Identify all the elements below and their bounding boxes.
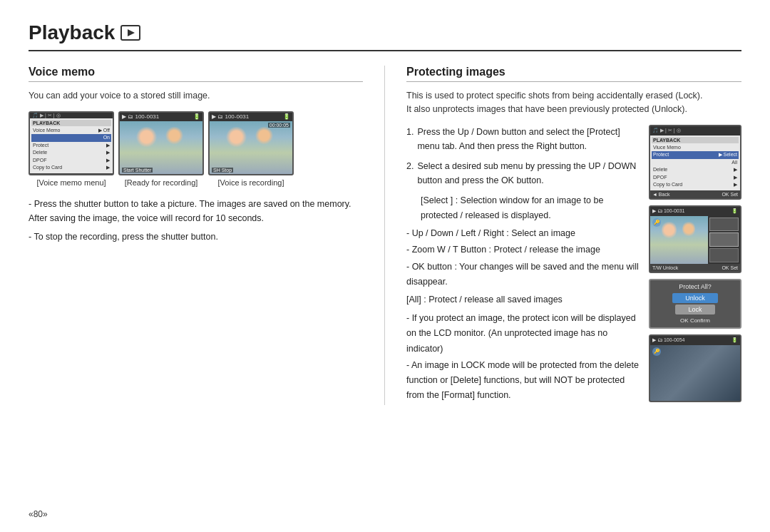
protect-photo1-body: 🔑 (650, 216, 740, 264)
screen2: ▶ 🗂 100-0031 🔋 Start Shutter (118, 111, 204, 175)
screen1-bottombar: ◄ BackOK Set (30, 173, 113, 175)
protecting-screens: 🎵▶|✂|◎ PLAYBACK Viuce Memo Protect▶ Sele… (649, 125, 741, 402)
screen3-topbar: ▶ 🗂 100-0031 🔋 (210, 113, 292, 121)
protect-screen-photo1: ▶ 🗂 100-0031 🔋 🔑 (649, 205, 741, 273)
protecting-images-desc: This is used to protect specific shots f… (406, 89, 741, 116)
voice-memo-section: Voice memo You can add your voice to a s… (29, 66, 385, 405)
thumb1 (709, 218, 739, 232)
thumb2 (709, 232, 739, 247)
protect-row4: Delete▶ (652, 166, 739, 174)
voice-memo-body: - Press the shutter button to take a pic… (29, 197, 363, 244)
protect-screen-photo2: ▶ 🗂 100-0054 🔋 🔑 (649, 334, 741, 402)
screen3-wrap: ▶ 🗂 100-0031 🔋 00:00:05 SH Stop [Voice i… (208, 111, 294, 187)
protect-photo1-topbar: ▶ 🗂 100-0031 🔋 (650, 207, 740, 216)
screen1-menu-title: PLAYBACK (31, 120, 111, 126)
screen1-row6: Copy to Card▶ (31, 164, 111, 172)
protect-step2: 2. Select a desired sub menu by pressing… (406, 159, 642, 188)
protecting-images-section: Protecting images This is used to protec… (385, 66, 741, 405)
protect-lock-btn: Lock (675, 305, 714, 314)
step1-num: 1. (406, 125, 414, 153)
screen1-menu: PLAYBACK Voice Memo▶ Off On Protect▶ Del… (30, 118, 113, 173)
screen1-label: [Voice memo menu] (36, 178, 106, 187)
screen2-photo: Start Shutter (120, 121, 202, 174)
protect-menu-title: PLAYBACK (652, 137, 739, 143)
screen1-row2: On (31, 134, 111, 142)
screen3-timer: 00:00:05 (268, 123, 290, 128)
protect-thumbnails (708, 216, 740, 264)
voice-memo-screens: 🎵▶|✂|◎ PLAYBACK Voice Memo▶ Off On Prote… (29, 111, 363, 187)
screen2-label: [Ready for recording] (125, 178, 198, 187)
screen2-overlay: Start Shutter (122, 168, 153, 173)
screen3-photo: 00:00:05 SH Stop (210, 121, 292, 174)
screen2-topbar: ▶ 🗂 100-0031 🔋 (120, 113, 202, 121)
protect-dialog: Protect All? Unlock Lock OK Confirm (649, 279, 741, 329)
screen3: ▶ 🗂 100-0031 🔋 00:00:05 SH Stop (208, 111, 294, 175)
protect-photo2-body: 🔑 (650, 345, 740, 401)
voice-memo-desc: You can add your voice to a stored still… (29, 89, 363, 103)
screen1-wrap: 🎵▶|✂|◎ PLAYBACK Voice Memo▶ Off On Prote… (29, 111, 114, 187)
step2-text: Select a desired sub menu by pressing th… (417, 159, 642, 188)
protecting-images-heading: Protecting images (406, 66, 741, 82)
protect-row5: DPOF▶ (652, 174, 739, 182)
page-title: Playback (29, 21, 741, 51)
protect-dialog-title: Protect All? (679, 283, 712, 290)
thumb3 (709, 248, 739, 262)
playback-icon (120, 25, 140, 41)
protect-menu-bottom: ◄ BackOK Set (650, 190, 740, 198)
voice-memo-body2: - To stop the recording, press the shutt… (29, 230, 363, 244)
screen1-topbar: 🎵▶|✂|◎ (30, 113, 113, 118)
step2-num: 2. (406, 159, 414, 188)
protect-menu-topbar: 🎵▶|✂|◎ (650, 126, 740, 135)
page-number: «80» (29, 509, 48, 519)
protect-row2: Protect▶ Select (652, 151, 739, 159)
screen1: 🎵▶|✂|◎ PLAYBACK Voice Memo▶ Off On Prote… (29, 111, 114, 175)
protect-dialog-bottom: OK Confirm (680, 317, 710, 324)
protect-row1: Viuce Memo (652, 144, 739, 152)
protect-row6: Copy to Card▶ (652, 181, 739, 189)
screen1-row3: Protect▶ (31, 142, 111, 150)
screen2-wrap: ▶ 🗂 100-0031 🔋 Start Shutter [Ready for … (118, 111, 204, 187)
screen1-row1: Voice Memo▶ Off (31, 127, 111, 135)
protect-menu-body: PLAYBACK Viuce Memo Protect▶ Select All … (650, 135, 740, 190)
svg-marker-0 (128, 29, 135, 36)
protect-main-photo: 🔑 (650, 216, 708, 264)
screen1-row4: Delete▶ (31, 149, 111, 157)
title-text: Playback (29, 21, 115, 44)
protect-photo2-topbar: ▶ 🗂 100-0054 🔋 (650, 336, 740, 345)
protect-row3: All (652, 159, 739, 167)
protect-photo2-bg (650, 345, 740, 401)
voice-memo-heading: Voice memo (29, 66, 363, 82)
protect-photo1-bottom: T/W UnlockOK Set (650, 264, 740, 272)
screen3-overlay: SH Stop (212, 168, 233, 173)
step1-text: Press the Up / Down button and select th… (417, 125, 642, 153)
screen3-label: [Voice is recording] (218, 178, 284, 187)
screen1-row5: DPOF▶ (31, 157, 111, 165)
screen1-icons: 🎵▶|✂|◎ (32, 113, 61, 118)
protect-screen-menu: 🎵▶|✂|◎ PLAYBACK Viuce Memo Protect▶ Sele… (649, 125, 741, 200)
voice-memo-body1: - Press the shutter button to take a pic… (29, 197, 363, 225)
protect-step1: 1. Press the Up / Down button and select… (406, 125, 642, 153)
protect-unlock-btn: Unlock (672, 293, 718, 303)
